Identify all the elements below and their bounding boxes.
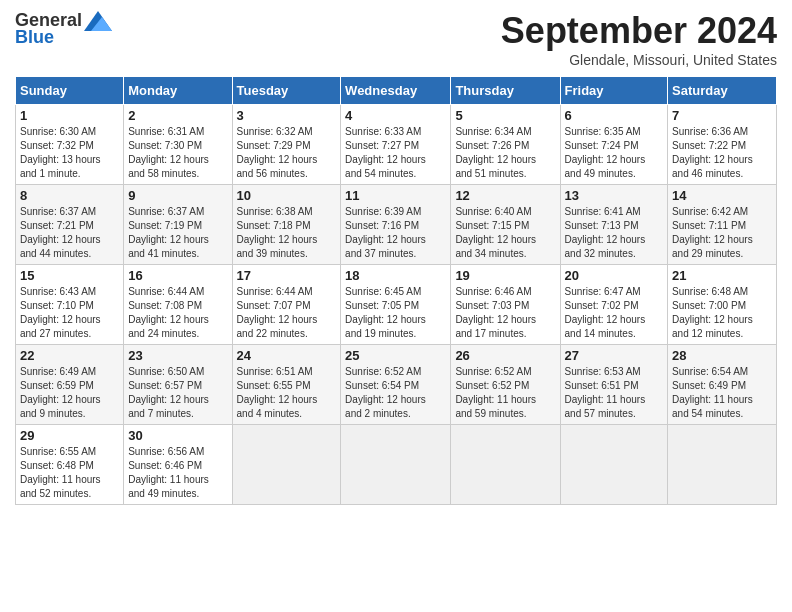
day-info: Sunrise: 6:51 AM Sunset: 6:55 PM Dayligh…: [237, 365, 337, 421]
day-number: 2: [128, 108, 227, 123]
table-row: 8Sunrise: 6:37 AM Sunset: 7:21 PM Daylig…: [16, 185, 124, 265]
day-info: Sunrise: 6:37 AM Sunset: 7:19 PM Dayligh…: [128, 205, 227, 261]
day-number: 24: [237, 348, 337, 363]
table-row: 5Sunrise: 6:34 AM Sunset: 7:26 PM Daylig…: [451, 105, 560, 185]
day-number: 1: [20, 108, 119, 123]
day-info: Sunrise: 6:36 AM Sunset: 7:22 PM Dayligh…: [672, 125, 772, 181]
table-row: 19Sunrise: 6:46 AM Sunset: 7:03 PM Dayli…: [451, 265, 560, 345]
day-number: 16: [128, 268, 227, 283]
day-info: Sunrise: 6:31 AM Sunset: 7:30 PM Dayligh…: [128, 125, 227, 181]
day-info: Sunrise: 6:48 AM Sunset: 7:00 PM Dayligh…: [672, 285, 772, 341]
calendar-week-row: 8Sunrise: 6:37 AM Sunset: 7:21 PM Daylig…: [16, 185, 777, 265]
col-thursday: Thursday: [451, 77, 560, 105]
header: General Blue September 2024 Glendale, Mi…: [15, 10, 777, 68]
day-info: Sunrise: 6:46 AM Sunset: 7:03 PM Dayligh…: [455, 285, 555, 341]
day-number: 7: [672, 108, 772, 123]
table-row: 9Sunrise: 6:37 AM Sunset: 7:19 PM Daylig…: [124, 185, 232, 265]
table-row: 30Sunrise: 6:56 AM Sunset: 6:46 PM Dayli…: [124, 425, 232, 505]
logo-icon: [84, 11, 112, 31]
day-number: 10: [237, 188, 337, 203]
calendar-week-row: 15Sunrise: 6:43 AM Sunset: 7:10 PM Dayli…: [16, 265, 777, 345]
col-saturday: Saturday: [668, 77, 777, 105]
day-number: 22: [20, 348, 119, 363]
day-info: Sunrise: 6:47 AM Sunset: 7:02 PM Dayligh…: [565, 285, 664, 341]
day-info: Sunrise: 6:52 AM Sunset: 6:52 PM Dayligh…: [455, 365, 555, 421]
table-row: [232, 425, 341, 505]
day-number: 29: [20, 428, 119, 443]
day-number: 20: [565, 268, 664, 283]
day-info: Sunrise: 6:35 AM Sunset: 7:24 PM Dayligh…: [565, 125, 664, 181]
table-row: 25Sunrise: 6:52 AM Sunset: 6:54 PM Dayli…: [341, 345, 451, 425]
day-info: Sunrise: 6:32 AM Sunset: 7:29 PM Dayligh…: [237, 125, 337, 181]
day-info: Sunrise: 6:54 AM Sunset: 6:49 PM Dayligh…: [672, 365, 772, 421]
day-number: 17: [237, 268, 337, 283]
table-row: 15Sunrise: 6:43 AM Sunset: 7:10 PM Dayli…: [16, 265, 124, 345]
day-info: Sunrise: 6:55 AM Sunset: 6:48 PM Dayligh…: [20, 445, 119, 501]
table-row: 27Sunrise: 6:53 AM Sunset: 6:51 PM Dayli…: [560, 345, 668, 425]
day-number: 8: [20, 188, 119, 203]
day-number: 14: [672, 188, 772, 203]
table-row: 20Sunrise: 6:47 AM Sunset: 7:02 PM Dayli…: [560, 265, 668, 345]
day-number: 5: [455, 108, 555, 123]
col-monday: Monday: [124, 77, 232, 105]
logo: General Blue: [15, 10, 112, 48]
col-friday: Friday: [560, 77, 668, 105]
day-info: Sunrise: 6:52 AM Sunset: 6:54 PM Dayligh…: [345, 365, 446, 421]
day-info: Sunrise: 6:30 AM Sunset: 7:32 PM Dayligh…: [20, 125, 119, 181]
table-row: 6Sunrise: 6:35 AM Sunset: 7:24 PM Daylig…: [560, 105, 668, 185]
title-location: Glendale, Missouri, United States: [501, 52, 777, 68]
day-info: Sunrise: 6:56 AM Sunset: 6:46 PM Dayligh…: [128, 445, 227, 501]
day-number: 23: [128, 348, 227, 363]
day-info: Sunrise: 6:40 AM Sunset: 7:15 PM Dayligh…: [455, 205, 555, 261]
title-month: September 2024: [501, 10, 777, 52]
table-row: 24Sunrise: 6:51 AM Sunset: 6:55 PM Dayli…: [232, 345, 341, 425]
day-number: 18: [345, 268, 446, 283]
day-info: Sunrise: 6:42 AM Sunset: 7:11 PM Dayligh…: [672, 205, 772, 261]
table-row: 16Sunrise: 6:44 AM Sunset: 7:08 PM Dayli…: [124, 265, 232, 345]
table-row: 4Sunrise: 6:33 AM Sunset: 7:27 PM Daylig…: [341, 105, 451, 185]
day-number: 30: [128, 428, 227, 443]
calendar-table: Sunday Monday Tuesday Wednesday Thursday…: [15, 76, 777, 505]
day-info: Sunrise: 6:39 AM Sunset: 7:16 PM Dayligh…: [345, 205, 446, 261]
day-number: 26: [455, 348, 555, 363]
day-number: 6: [565, 108, 664, 123]
table-row: 26Sunrise: 6:52 AM Sunset: 6:52 PM Dayli…: [451, 345, 560, 425]
title-block: September 2024 Glendale, Missouri, Unite…: [501, 10, 777, 68]
day-info: Sunrise: 6:53 AM Sunset: 6:51 PM Dayligh…: [565, 365, 664, 421]
table-row: 23Sunrise: 6:50 AM Sunset: 6:57 PM Dayli…: [124, 345, 232, 425]
day-info: Sunrise: 6:34 AM Sunset: 7:26 PM Dayligh…: [455, 125, 555, 181]
table-row: 10Sunrise: 6:38 AM Sunset: 7:18 PM Dayli…: [232, 185, 341, 265]
logo-blue-text: Blue: [15, 27, 54, 48]
day-number: 3: [237, 108, 337, 123]
day-number: 15: [20, 268, 119, 283]
table-row: 12Sunrise: 6:40 AM Sunset: 7:15 PM Dayli…: [451, 185, 560, 265]
col-wednesday: Wednesday: [341, 77, 451, 105]
day-number: 9: [128, 188, 227, 203]
page: General Blue September 2024 Glendale, Mi…: [0, 0, 792, 515]
day-info: Sunrise: 6:50 AM Sunset: 6:57 PM Dayligh…: [128, 365, 227, 421]
table-row: 18Sunrise: 6:45 AM Sunset: 7:05 PM Dayli…: [341, 265, 451, 345]
day-info: Sunrise: 6:41 AM Sunset: 7:13 PM Dayligh…: [565, 205, 664, 261]
table-row: 17Sunrise: 6:44 AM Sunset: 7:07 PM Dayli…: [232, 265, 341, 345]
table-row: 28Sunrise: 6:54 AM Sunset: 6:49 PM Dayli…: [668, 345, 777, 425]
table-row: 1Sunrise: 6:30 AM Sunset: 7:32 PM Daylig…: [16, 105, 124, 185]
day-number: 13: [565, 188, 664, 203]
day-number: 28: [672, 348, 772, 363]
day-info: Sunrise: 6:45 AM Sunset: 7:05 PM Dayligh…: [345, 285, 446, 341]
day-info: Sunrise: 6:33 AM Sunset: 7:27 PM Dayligh…: [345, 125, 446, 181]
day-number: 27: [565, 348, 664, 363]
table-row: [560, 425, 668, 505]
table-row: 2Sunrise: 6:31 AM Sunset: 7:30 PM Daylig…: [124, 105, 232, 185]
table-row: 7Sunrise: 6:36 AM Sunset: 7:22 PM Daylig…: [668, 105, 777, 185]
calendar-week-row: 1Sunrise: 6:30 AM Sunset: 7:32 PM Daylig…: [16, 105, 777, 185]
table-row: 14Sunrise: 6:42 AM Sunset: 7:11 PM Dayli…: [668, 185, 777, 265]
day-info: Sunrise: 6:44 AM Sunset: 7:08 PM Dayligh…: [128, 285, 227, 341]
day-info: Sunrise: 6:44 AM Sunset: 7:07 PM Dayligh…: [237, 285, 337, 341]
table-row: [341, 425, 451, 505]
calendar-header-row: Sunday Monday Tuesday Wednesday Thursday…: [16, 77, 777, 105]
table-row: 21Sunrise: 6:48 AM Sunset: 7:00 PM Dayli…: [668, 265, 777, 345]
day-number: 25: [345, 348, 446, 363]
table-row: 13Sunrise: 6:41 AM Sunset: 7:13 PM Dayli…: [560, 185, 668, 265]
calendar-week-row: 22Sunrise: 6:49 AM Sunset: 6:59 PM Dayli…: [16, 345, 777, 425]
table-row: [451, 425, 560, 505]
